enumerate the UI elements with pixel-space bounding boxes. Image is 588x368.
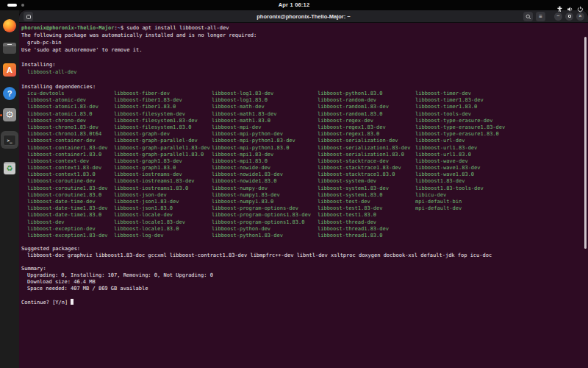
terminal-screen[interactable]: phoronix@phoronix-Thelio-Major:~$ sudo a… bbox=[19, 23, 588, 368]
package-name: libboost-mpi1.83.0 bbox=[212, 158, 318, 165]
package-name: libboost-math-dev bbox=[212, 104, 318, 110]
summary-space-needed: Space needed: 407 MB / 869 GB available bbox=[21, 286, 588, 292]
terminal-window: phoronix@phoronix-Thelio-Major: ~ ≡ − × … bbox=[19, 10, 588, 368]
package-name: libboost-random1.83.0 bbox=[318, 111, 415, 118]
dock-item-settings[interactable]: ⚙ bbox=[2, 107, 17, 122]
package-name: libboost-nowide1.83-dev bbox=[212, 171, 318, 178]
summary-download-size: Download size: 46.4 MB bbox=[21, 279, 588, 286]
package-name: libboost-type-erasure1.83-dev bbox=[415, 124, 588, 131]
titlebar[interactable]: phoronix@phoronix-Thelio-Major: ~ ≡ − × bbox=[19, 10, 588, 23]
package-name: libboost-log1.83-dev bbox=[212, 91, 318, 97]
package-name: libboost-math1.83.0 bbox=[212, 118, 318, 124]
dock: A ? ⚙ >_ ♻ bbox=[0, 10, 19, 368]
continue-prompt-line: Continue? [Y/n] bbox=[21, 299, 588, 305]
app-center-icon: A bbox=[3, 63, 16, 77]
package-name: libboost-dev bbox=[27, 219, 114, 226]
package-name: libboost-serialization1.83-dev bbox=[318, 145, 415, 152]
package-name: libboost-atomic1.83-dev bbox=[27, 104, 114, 110]
package-name: libboost-fiber-dev bbox=[114, 91, 212, 97]
dock-item-firefox[interactable] bbox=[2, 18, 17, 33]
dock-item-files[interactable] bbox=[2, 40, 17, 55]
package-name: libboost-locale1.83-dev bbox=[114, 219, 212, 226]
package-name: libboost-fiber1.83-dev bbox=[114, 97, 212, 104]
package-name: libboost-graph-parallel1.83.0 bbox=[114, 152, 212, 158]
text-cursor bbox=[71, 299, 74, 305]
package-name: libboost-timer1.83.0 bbox=[415, 104, 588, 110]
volume-icon[interactable] bbox=[567, 2, 573, 15]
window-title: phoronix@phoronix-Thelio-Major: ~ bbox=[19, 13, 588, 20]
package-name: libboost-test1.83-dev bbox=[318, 205, 415, 212]
package-name: libboost-exception1.83-dev bbox=[27, 233, 114, 239]
package-name: libboost-regex1.83.0 bbox=[318, 131, 415, 138]
package-name: libboost-program-options-dev bbox=[212, 205, 318, 212]
package-name: libboost-graph-parallel-dev bbox=[114, 138, 212, 144]
package-name: libboost-regex1.83-dev bbox=[318, 124, 415, 131]
package-name: libboost-context-dev bbox=[27, 158, 114, 165]
package-name: libboost-python1.83.0 bbox=[318, 91, 415, 97]
package-name: libboost-system1.83-dev bbox=[318, 185, 415, 192]
package-name: libboost-wave1.83.0 bbox=[415, 171, 588, 178]
package-name: libboost-container1.83.0 bbox=[27, 152, 114, 158]
menu-button[interactable]: ≡ bbox=[536, 12, 545, 21]
package-name: libboost-filesystem1.83.0 bbox=[114, 124, 212, 131]
files-icon bbox=[3, 43, 16, 54]
package-name: libboost-graph1.83-dev bbox=[114, 158, 212, 165]
package-name: libicu-dev bbox=[415, 192, 588, 199]
package-name: libboost-url1.83-dev bbox=[415, 145, 588, 152]
terminal-icon: >_ bbox=[3, 135, 16, 146]
package-name: libboost-thread1.83-dev bbox=[318, 226, 415, 233]
package-name: libboost-thread-dev bbox=[318, 219, 415, 226]
installing-header: Installing: bbox=[21, 61, 588, 68]
package-name: libboost-iostreams1.83.0 bbox=[114, 185, 212, 192]
package-name: libboost-locale-dev bbox=[114, 212, 212, 219]
scrollbar-thumb[interactable] bbox=[584, 37, 587, 249]
dependencies-grid: icu-devtoolslibboost-atomic-devlibboost-… bbox=[27, 91, 588, 239]
clock[interactable]: Apr 1 06:12 bbox=[0, 1, 588, 8]
package-name: libboost-program-options1.83-dev bbox=[212, 212, 318, 219]
package-name: libboost-atomic1.83.0 bbox=[27, 111, 114, 118]
continue-prompt: Continue? [Y/n] bbox=[21, 300, 68, 305]
package-name: libboost-python-dev bbox=[212, 226, 318, 233]
power-icon[interactable] bbox=[577, 2, 584, 15]
package-name: libboost-stacktrace-dev bbox=[318, 158, 415, 165]
package-name: libboost-math1.83-dev bbox=[212, 111, 318, 118]
package-name: libboost-log1.83.0 bbox=[212, 97, 318, 104]
package-name: libboost-json1.83.0 bbox=[114, 205, 212, 212]
dock-item-trash[interactable]: ♻ bbox=[2, 160, 17, 175]
package-name: libboost-date-time-dev bbox=[27, 199, 114, 205]
package-name: libboost-filesystem1.83-dev bbox=[114, 118, 212, 124]
package-name: libboost-atomic-dev bbox=[27, 97, 114, 104]
summary-upgrading: Upgrading: 0, Installing: 107, Removing:… bbox=[21, 272, 588, 279]
trash-icon: ♻ bbox=[4, 162, 15, 174]
package-name: mpi-default-dev bbox=[415, 205, 588, 212]
settings-gear-icon: ⚙ bbox=[3, 108, 16, 121]
command-text: $ sudo apt install libboost-all-dev bbox=[121, 25, 229, 31]
dock-item-help[interactable]: ? bbox=[2, 86, 17, 101]
package-name: libboost-timer1.83-dev bbox=[415, 97, 588, 104]
package-name: libboost-date-time1.83.0 bbox=[27, 212, 114, 219]
package-name: libboost-mpi1.83-dev bbox=[212, 152, 318, 158]
package-name: libboost-date-time1.83-dev bbox=[27, 205, 114, 212]
package-name: libboost-wave1.83-dev bbox=[415, 165, 588, 171]
package-name: libboost-coroutine-dev bbox=[27, 178, 114, 185]
dock-item-terminal[interactable]: >_ bbox=[1, 131, 18, 149]
package-name: libboost-chrono1.83-dev bbox=[27, 124, 114, 131]
package-name: libboost-json1.83-dev bbox=[114, 199, 212, 205]
package-name: libboost-test-dev bbox=[318, 199, 415, 205]
system-status-area[interactable] bbox=[556, 2, 584, 15]
search-icon bbox=[526, 14, 531, 20]
package-name: libboost-stacktrace1.83-dev bbox=[318, 165, 415, 171]
autoremove-package: grub-pc-bin bbox=[21, 39, 588, 46]
search-button[interactable] bbox=[523, 12, 533, 21]
help-icon: ? bbox=[3, 87, 16, 100]
package-name: libboost-numpy-dev bbox=[212, 185, 318, 192]
package-name: libboost-mpi-python1.83-dev bbox=[212, 138, 318, 144]
firefox-icon bbox=[3, 19, 16, 32]
dock-item-app-center[interactable]: A bbox=[2, 63, 17, 77]
package-name: libboost-thread1.83.0 bbox=[318, 233, 415, 239]
accessibility-icon[interactable] bbox=[556, 2, 563, 15]
package-name: icu-devtools bbox=[27, 91, 114, 97]
package-name: libboost-wave-dev bbox=[415, 158, 588, 165]
package-name: libboost-nowide1.83.0 bbox=[212, 178, 318, 185]
package-name: mpi-default-bin bbox=[415, 199, 588, 205]
